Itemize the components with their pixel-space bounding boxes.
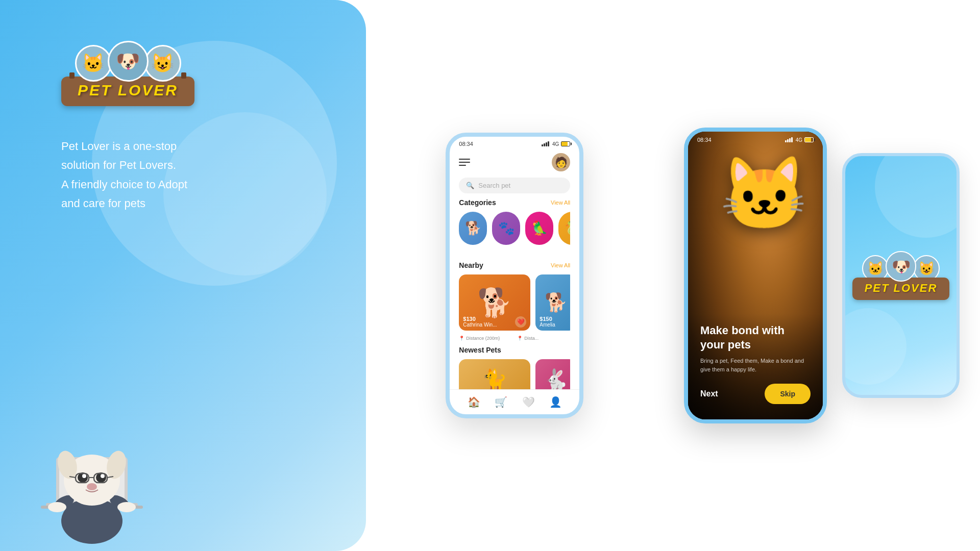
svg-point-7 — [48, 502, 66, 512]
logo-cat-right-icon: 😺 — [144, 45, 181, 82]
nav-home-icon[interactable]: 🏠 — [468, 396, 480, 408]
dog-icon: 🐕 — [465, 220, 481, 236]
phone1-time: 08:34 — [459, 141, 473, 147]
categories-view-all[interactable]: View All — [551, 199, 570, 206]
avatar[interactable]: 🧑 — [552, 153, 570, 171]
phone1-status-icons: 4G — [542, 141, 570, 147]
skip-button[interactable]: Skip — [765, 384, 811, 404]
svg-point-8 — [117, 502, 136, 512]
right-section: 🐱 08:34 4G Make bond with your pets — [664, 0, 980, 551]
nearby-header: Nearby View All — [459, 261, 570, 269]
categories-row: 🐕 Dog 🐾 Cat 🦜 Bird — [459, 212, 570, 254]
distance-1-text: Distance (200m) — [466, 336, 500, 341]
category-snake[interactable]: 🐍 Snake — [558, 212, 570, 254]
snake-category-circle: 🐍 — [558, 212, 570, 245]
nearby-pet-2-emoji: 🐕 — [545, 292, 568, 313]
bird-category-circle: 🦜 — [525, 212, 553, 245]
phone2-status-icons: 4G — [785, 137, 814, 143]
logo-pets: 🐱 🐶 😺 — [75, 41, 181, 82]
phone2-status-bar: 08:34 4G — [688, 132, 823, 145]
phone3-logo: 🐱 🐶 😺 PET LOVER — [852, 251, 950, 300]
menu-button[interactable] — [459, 159, 470, 166]
category-bird[interactable]: 🦜 Bird — [525, 212, 553, 254]
phone3-pet-avatars: 🐱 🐶 😺 — [862, 251, 940, 282]
network-label: 4G — [552, 141, 559, 147]
svg-point-15 — [101, 474, 105, 478]
newest-row: 🐈 🐇 — [459, 359, 570, 389]
deco-circle-bottom — [842, 308, 906, 385]
nearby-pet-1-emoji: 🐕 — [477, 286, 512, 319]
logo-text: PET LOVER — [78, 82, 178, 99]
search-icon: 🔍 — [466, 182, 474, 189]
nearby-pet-2-name: Amelia — [540, 322, 555, 328]
distance-2-text: Dista... — [524, 336, 538, 341]
newest-header: Newest Pets — [459, 346, 570, 354]
dog-category-circle: 🐕 — [459, 212, 487, 245]
phone1-content: Categories View All 🐕 Dog 🐾 Cat — [450, 198, 579, 389]
location-1-icon: 📍 — [459, 336, 464, 341]
phone-2-bond-screen: 🐱 08:34 4G Make bond with your pets — [684, 128, 827, 423]
nearby-pet-2[interactable]: 🐕 $150 Amelia — [535, 274, 570, 331]
search-bar[interactable]: 🔍 Search pet — [459, 178, 570, 193]
phone-1-main-screen: 08:34 4G 🧑 — [446, 133, 583, 418]
categories-title: Categories — [459, 198, 496, 207]
nearby-title: Nearby — [459, 261, 483, 269]
middle-section: 08:34 4G 🧑 — [366, 0, 664, 551]
newest-pet-1-emoji: 🐈 — [482, 368, 507, 390]
phone2-battery-icon — [804, 137, 814, 142]
bond-description: Bring a pet, Feed them, Make a bond and … — [700, 357, 811, 373]
tagline: Pet Lover is a one-stop solution for Pet… — [61, 137, 187, 213]
distance-1: 📍 Distance (200m) — [459, 336, 512, 341]
nav-cart-icon[interactable]: 🛒 — [495, 396, 507, 408]
logo-dog-icon: 🐶 — [108, 41, 149, 82]
nearby-row: 🐕 $130 Cathrina Win... ❤️ 🐕 $150 Amelia — [459, 274, 570, 331]
category-dog[interactable]: 🐕 Dog — [459, 212, 487, 254]
phone2-time: 08:34 — [697, 137, 712, 143]
newest-pet-1[interactable]: 🐈 — [459, 359, 530, 389]
nearby-pet-1[interactable]: 🐕 $130 Cathrina Win... ❤️ — [459, 274, 530, 331]
svg-point-21 — [87, 483, 97, 490]
search-placeholder: Search pet — [478, 182, 510, 189]
nearby-view-all[interactable]: View All — [551, 262, 570, 268]
phone2-bottom-content: Make bond with your pets Bring a pet, Fe… — [688, 313, 823, 419]
phone1-nav: 🏠 🛒 🤍 👤 — [450, 389, 579, 414]
cat-label: Cat — [502, 248, 511, 254]
phone3-dog-icon: 🐶 — [886, 251, 916, 282]
logo-container: 🐱 🐶 😺 PET LOVER — [61, 41, 194, 106]
newest-title: Newest Pets — [459, 346, 501, 354]
nav-profile-icon[interactable]: 👤 — [549, 396, 562, 408]
newest-pet-2[interactable]: 🐇 — [535, 359, 570, 389]
dog-laptop-illustration — [31, 401, 153, 551]
cat-photo-emoji: 🐱 — [720, 152, 809, 236]
bird-icon: 🦜 — [531, 220, 548, 236]
phone2-signal-icon — [785, 137, 793, 142]
phone-3-splash-screen: 🐱 🐶 😺 PET LOVER — [842, 153, 960, 398]
logo-cat-left-icon: 🐱 — [75, 45, 112, 82]
cat-icon: 🐾 — [498, 220, 514, 236]
category-cat[interactable]: 🐾 Cat — [492, 212, 520, 254]
nearby-pet-2-info: $150 Amelia — [540, 316, 555, 328]
svg-point-14 — [82, 474, 86, 478]
nav-heart-icon[interactable]: 🤍 — [522, 396, 535, 408]
phone2-action-buttons: Next Skip — [700, 384, 811, 404]
snake-label: Snake — [565, 248, 571, 254]
next-button[interactable]: Next — [700, 389, 718, 398]
distance-2: 📍 Dista... — [517, 336, 570, 341]
nearby-pet-2-price: $150 — [540, 316, 555, 322]
phone1-status-bar: 08:34 4G — [450, 137, 579, 149]
nearby-pet-1-heart[interactable]: ❤️ — [515, 316, 526, 328]
nearby-pet-1-price: $130 — [463, 316, 497, 322]
phone2-network-label: 4G — [796, 137, 802, 143]
nearby-pet-1-info: $130 Cathrina Win... — [463, 316, 497, 328]
location-2-icon: 📍 — [517, 336, 523, 341]
battery-icon — [561, 141, 570, 146]
snake-icon: 🐍 — [565, 220, 571, 236]
bond-title: Make bond with your pets — [700, 323, 811, 353]
dog-label: Dog — [468, 248, 478, 254]
deco-circle-top — [875, 153, 960, 238]
bird-label: Bird — [534, 248, 545, 254]
left-section: 🐱 🐶 😺 PET LOVER Pet Lover is a one-stop … — [0, 0, 366, 551]
signal-icon — [542, 141, 549, 146]
phone3-logo-text: PET LOVER — [865, 282, 938, 294]
phone1-header: 🧑 — [450, 149, 579, 176]
